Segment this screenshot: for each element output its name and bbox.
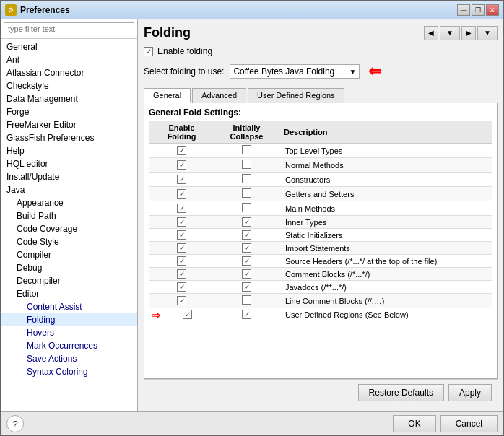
collapse-cb-11[interactable] [242,295,251,305]
sidebar-item-codestyle[interactable]: Code Style [1,235,137,248]
sidebar-item-syntaxcoloring[interactable]: Syntax Coloring [1,365,137,378]
collapse-cb-12[interactable] [242,310,251,319]
bottom-bar: Restore Defaults Apply [144,379,498,406]
minimize-button[interactable]: — [457,4,470,16]
collapse-cb-10[interactable] [242,282,251,292]
sidebar-item-debug[interactable]: Debug [1,261,137,274]
desc-4: Main Methods [279,201,492,216]
table-row: Javadocs (/**...*/) [149,281,492,294]
enable-cb-1[interactable] [177,160,186,170]
sidebar-item-contentassist[interactable]: Content Assist [1,300,137,313]
table-row: Static Initializers [149,229,492,242]
fold-settings-label: General Fold Settings: [149,108,492,118]
select-row: Select folding to use: Coffee Bytes Java… [144,62,498,81]
enable-cb-8[interactable] [177,256,186,266]
dialog-bottom: ? OK Cancel [1,411,503,435]
desc-9: Comment Blocks (/*...*/) [279,268,492,281]
sidebar-item-install[interactable]: Install/Update [1,170,137,183]
enable-cb-2[interactable] [177,175,186,184]
enable-cb-7[interactable] [177,243,186,253]
enable-cb-11[interactable] [177,296,186,305]
col-description: Description [279,121,492,144]
sidebar-item-java[interactable]: Java [1,183,137,196]
apply-button[interactable]: Apply [448,384,492,401]
sidebar-item-codecoverage[interactable]: Code Coverage [1,222,137,235]
tab-general[interactable]: General [144,88,191,103]
desc-2: Constructors [279,173,492,187]
sidebar-item-decompiler[interactable]: Decompiler [1,274,137,287]
enable-cb-12[interactable] [183,310,192,319]
table-row: Source Headers (/*...*/ at the top of th… [149,255,492,268]
desc-7: Import Statements [279,242,492,255]
tabs-row: General Advanced User Defined Regions [144,88,498,103]
tab-user-defined-regions[interactable]: User Defined Regions [248,88,344,103]
back-dropdown-button[interactable]: ▼ [440,26,460,40]
collapse-cb-6[interactable] [242,230,251,240]
enable-cb-9[interactable] [177,269,186,279]
sidebar-item-appearance[interactable]: Appearance [1,196,137,209]
cancel-button[interactable]: Cancel [440,415,498,432]
sidebar-item-datamanagement[interactable]: Data Management [1,92,137,105]
sidebar-item-freemarker[interactable]: FreeMarker Editor [1,118,137,131]
collapse-cb-5[interactable] [242,217,251,227]
enable-folding-checkbox[interactable] [144,47,153,56]
sidebar-item-editor[interactable]: Editor [1,287,137,300]
sidebar-item-forge[interactable]: Forge [1,105,137,118]
sidebar-item-general[interactable]: General [1,40,137,53]
sidebar-item-compiler[interactable]: Compiler [1,248,137,261]
sidebar-item-checkstyle[interactable]: Checkstyle [1,79,137,92]
collapse-cb-3[interactable] [242,188,251,198]
table-row: Inner Types [149,216,492,229]
enable-cb-4[interactable] [177,204,186,213]
enable-cb-0[interactable] [177,146,186,155]
collapse-cb-9[interactable] [242,269,251,279]
sidebar-item-atlassian[interactable]: Atlassian Connector [1,66,137,79]
collapse-cb-1[interactable] [242,160,251,169]
collapse-cb-2[interactable] [242,174,251,183]
ok-button[interactable]: OK [393,415,435,432]
sidebar-item-help[interactable]: Help [1,144,137,157]
tab-advanced[interactable]: Advanced [192,88,246,103]
desc-12: User Defined Regions (See Below) [279,308,492,321]
enable-cb-3[interactable] [177,189,186,199]
help-button[interactable]: ? [6,415,24,432]
forward-dropdown-button[interactable]: ▼ [477,26,498,40]
search-input[interactable] [4,22,134,35]
enable-cb-6[interactable] [177,230,186,240]
collapse-cb-8[interactable] [242,256,251,266]
col-enable-folding: Enable Folding [149,121,214,144]
enable-cb-5[interactable] [177,217,186,227]
sidebar-item-folding[interactable]: Folding [1,313,137,326]
sidebar-item-hql[interactable]: HQL editor [1,157,137,170]
sidebar-item-buildpath[interactable]: Build Path [1,209,137,222]
restore-button[interactable]: ❒ [472,4,485,16]
enable-folding-row: Enable folding [144,46,498,56]
fold-table: Enable Folding Initially Collapse Descri… [149,121,492,321]
forward-button[interactable]: ▶ [461,26,476,40]
tab-content: General Fold Settings: Enable Folding In… [144,103,498,379]
desc-1: Normal Methods [279,158,492,173]
desc-6: Static Initializers [279,229,492,242]
main-content: General Ant Atlassian Connector Checksty… [1,19,503,411]
window-icon: ⚙ [5,4,17,16]
sidebar-item-hovers[interactable]: Hovers [1,326,137,339]
preferences-window: ⚙ Preferences — ❒ ✕ General Ant Atlassia… [0,0,504,436]
sidebar-item-markoccurrences[interactable]: Mark Occurrences [1,339,137,352]
nav-arrows: ◀ ▼ ▶ ▼ [424,26,498,40]
enable-cb-10[interactable] [177,282,186,292]
restore-defaults-button[interactable]: Restore Defaults [358,384,444,401]
folding-dropdown[interactable]: Coffee Bytes Java Folding ▼ [230,64,360,79]
sidebar-item-ant[interactable]: Ant [1,53,137,66]
table-row: Comment Blocks (/*...*/) [149,268,492,281]
collapse-cb-4[interactable] [242,203,251,212]
back-button[interactable]: ◀ [424,26,438,40]
collapse-cb-7[interactable] [242,243,251,253]
titlebar: ⚙ Preferences — ❒ ✕ [1,1,503,19]
collapse-cb-0[interactable] [242,145,251,154]
close-button[interactable]: ✕ [486,4,499,16]
sidebar-item-saveactions[interactable]: Save Actions [1,352,137,365]
table-row: Top Level Types [149,144,492,158]
titlebar-left: ⚙ Preferences [5,4,70,16]
sidebar-item-glassfish[interactable]: GlassFish Preferences [1,131,137,144]
desc-5: Inner Types [279,216,492,229]
